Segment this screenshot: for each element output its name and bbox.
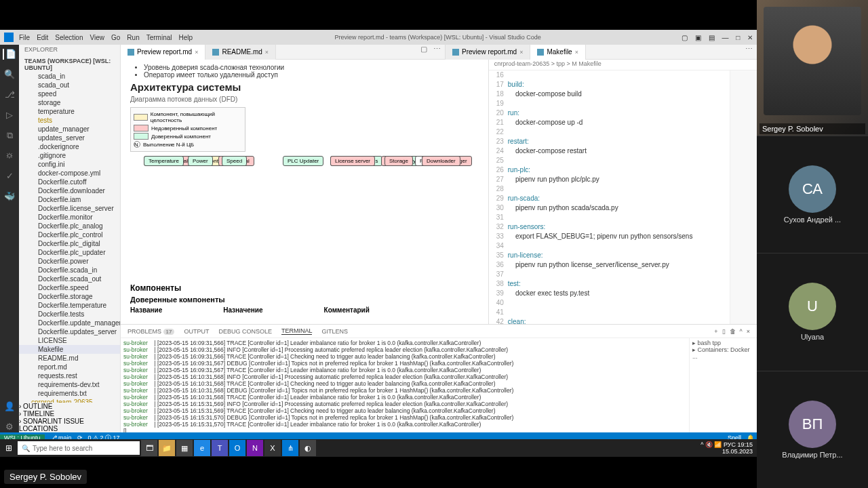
tree-item[interactable]: temperature — [19, 107, 120, 116]
tree-item[interactable]: scada_out — [19, 81, 120, 89]
sidebar-section[interactable]: › SONARLINT ISSUE LOCATIONS — [19, 418, 120, 432]
tree-item[interactable]: requirements-dev.txt — [19, 380, 120, 389]
split-icon[interactable]: ▢ — [420, 45, 427, 53]
tree-item[interactable]: Dockerfile.plc_analog — [19, 222, 120, 230]
tree-item[interactable]: speed — [19, 89, 120, 98]
menu-item[interactable]: File — [19, 34, 30, 41]
editor-tab[interactable]: Makefile× — [530, 45, 586, 60]
tree-item[interactable]: storage — [19, 98, 120, 107]
tree-item[interactable]: update_manager — [19, 125, 120, 134]
task-icon[interactable]: 🗔 — [141, 440, 157, 456]
tree-item[interactable]: .gitignore — [19, 151, 120, 160]
debug-icon[interactable]: ▷ — [4, 110, 15, 121]
tree-item[interactable]: docker-compose.yml — [19, 169, 120, 178]
start-button[interactable]: ⊞ — [0, 439, 18, 457]
tree-item[interactable]: Dockerfile.monitor — [19, 213, 120, 222]
tree-item[interactable]: Dockerfile.license_server — [19, 204, 120, 213]
tree-item[interactable]: Dockerfile.plc_updater — [19, 248, 120, 257]
menu-item[interactable]: Go — [111, 34, 120, 41]
panel-tab[interactable]: TERMINAL — [281, 327, 313, 335]
tree-item[interactable]: Dockerfile.cutoff — [19, 178, 120, 186]
panel-tab[interactable]: PROBLEMS 17 — [127, 328, 174, 335]
participant-tile[interactable]: ВП Владимир Петр... — [757, 371, 868, 488]
layout-icon[interactable]: ▣ — [695, 34, 701, 41]
sidebar-section[interactable]: › TIMELINE — [19, 410, 120, 418]
speaker-video[interactable]: Sergey P. Sobolev — [757, 0, 868, 136]
close-icon[interactable]: × — [519, 49, 523, 56]
test-icon[interactable]: ✓ — [4, 171, 15, 182]
editor-tab[interactable]: Preview report.md× — [446, 45, 530, 60]
tree-item[interactable]: requests.rest — [19, 371, 120, 380]
tree-item[interactable]: Dockerfile.downloader — [19, 186, 120, 195]
more-icon[interactable]: ⋯ — [433, 45, 441, 53]
layout-icon[interactable]: ▢ — [682, 34, 688, 41]
task-icon[interactable]: ▦ — [176, 440, 193, 456]
tree-item[interactable]: Dockerfile.speed — [19, 283, 120, 292]
tree-item[interactable]: Dockerfile.update_manager — [19, 319, 120, 327]
breadcrumb[interactable]: cnrprod-team-20635 > tpp > M Makefile — [489, 60, 757, 70]
tree-item[interactable]: Dockerfile.scada_in — [19, 266, 120, 274]
tree-item[interactable]: Makefile — [19, 345, 120, 354]
menu-item[interactable]: Run — [127, 34, 139, 41]
tree-item[interactable]: README.md — [19, 354, 120, 363]
terminal-output[interactable]: su-broker | [2023-05-15 16:09:31,566] TR… — [121, 338, 689, 432]
tree-item[interactable]: Dockerfile.storage — [19, 292, 120, 301]
panel-tab[interactable]: DEBUG CONSOLE — [218, 328, 272, 335]
task-icon[interactable]: ◐ — [300, 440, 316, 456]
participant-tile[interactable]: СА Сухов Андрей ... — [757, 136, 868, 253]
code-content[interactable]: build: docker-compose build run: docker-… — [508, 70, 730, 324]
panel-tab[interactable]: OUTPUT — [184, 328, 209, 335]
participant-tile[interactable]: U Ulyana — [757, 253, 868, 370]
sidebar-section[interactable]: › OUTLINE — [19, 403, 120, 410]
more-icon[interactable]: ⋯ — [745, 45, 753, 53]
remote-icon[interactable]: ⛭ — [4, 150, 15, 161]
terminal-entry[interactable]: ▸ bash tpp — [692, 340, 754, 346]
edge-icon[interactable]: e — [194, 440, 210, 456]
teams-icon[interactable]: T — [212, 440, 228, 456]
extensions-icon[interactable]: ⧉ — [4, 130, 15, 141]
workspace-label[interactable]: TEAMS (WORKSPACE) [WSL: UBUNTU] — [19, 57, 120, 72]
explorer-icon[interactable]: 📄 — [3, 49, 14, 60]
tree-item[interactable]: report.md — [19, 363, 120, 371]
tree-item[interactable]: Dockerfile.temperature — [19, 301, 120, 310]
terminal-entry[interactable]: ▸ Containers: Docker ... — [692, 346, 754, 360]
new-terminal-icon[interactable]: + — [714, 328, 717, 335]
tree-item[interactable]: Dockerfile.plc_digital — [19, 239, 120, 248]
tree-item[interactable]: Dockerfile.plc_control — [19, 230, 120, 239]
close-panel-icon[interactable]: × — [747, 328, 750, 335]
tree-item[interactable]: Dockerfile.scada_out — [19, 274, 120, 283]
onenote-icon[interactable]: N — [247, 440, 263, 456]
minimize-icon[interactable]: — — [722, 34, 728, 41]
minimap[interactable] — [730, 70, 757, 324]
tree-item[interactable]: updates_server — [19, 134, 120, 142]
kill-terminal-icon[interactable]: 🗑 — [730, 328, 736, 335]
panel-tab[interactable]: GITLENS — [321, 328, 348, 335]
taskbar-search[interactable]: 🔍 Type here to search — [18, 441, 140, 455]
tree-item[interactable]: scada_in — [19, 72, 120, 81]
docker-icon[interactable]: 🐳 — [4, 191, 15, 202]
code-editor[interactable]: cnrprod-team-20635 > tpp > M Makefile 16… — [489, 60, 757, 324]
settings-icon[interactable]: ⚙ — [4, 422, 15, 432]
editor-tab[interactable]: Preview report.md× — [121, 45, 205, 60]
task-icon[interactable]: X — [264, 440, 281, 456]
tree-item[interactable]: Dockerfile.updates_server — [19, 327, 120, 336]
system-tray[interactable]: ^ 🔇 📶 РУС 19:1515.05.2023 — [696, 441, 757, 455]
menu-item[interactable]: View — [90, 34, 105, 41]
tree-item[interactable]: LICENSE — [19, 336, 120, 345]
maximize-icon[interactable]: □ — [736, 34, 740, 41]
maximize-panel-icon[interactable]: ^ — [740, 328, 743, 335]
tree-item[interactable]: Dockerfile.power — [19, 257, 120, 266]
account-icon[interactable]: 👤 — [4, 401, 15, 412]
tree-item[interactable]: requirements.txt — [19, 389, 120, 398]
close-icon[interactable]: × — [195, 49, 198, 56]
menu-item[interactable]: Help — [179, 34, 193, 41]
tree-item[interactable]: config.ini — [19, 160, 120, 169]
markdown-preview[interactable]: Уровень доверия scada-сложная технологии… — [121, 60, 489, 324]
tree-item[interactable]: Dockerfile.iam — [19, 195, 120, 204]
close-icon[interactable]: × — [575, 49, 578, 56]
editor-tab[interactable]: README.md× — [205, 45, 276, 60]
tree-item[interactable]: .dockerignore — [19, 142, 120, 151]
menu-item[interactable]: Edit — [37, 34, 48, 41]
source-control-icon[interactable]: ⎇ — [4, 89, 15, 100]
close-icon[interactable]: ✕ — [747, 34, 753, 41]
